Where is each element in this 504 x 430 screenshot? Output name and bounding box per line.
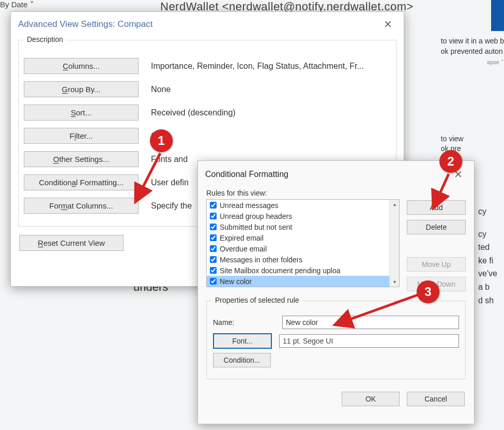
rule-item[interactable]: Expired email bbox=[207, 232, 399, 243]
cond-value: User defin bbox=[151, 178, 189, 187]
dialog-title: Conditional Formatting bbox=[205, 170, 288, 179]
condition-button[interactable]: Condition... bbox=[213, 353, 271, 367]
background-text-clip: to view it in a web b ok prevented auton… bbox=[441, 36, 504, 154]
rule-item[interactable]: Unread messages bbox=[207, 200, 399, 211]
rule-label: New color bbox=[220, 277, 252, 286]
group-by-button[interactable]: Group By... bbox=[24, 81, 139, 97]
rule-item[interactable]: Submitted but not sent bbox=[207, 221, 399, 232]
rules-listbox[interactable]: Unread messagesUnread group headersSubmi… bbox=[206, 199, 400, 287]
columns-value: Importance, Reminder, Icon, Flag Status,… bbox=[151, 62, 364, 71]
close-icon[interactable]: ✕ bbox=[379, 17, 396, 32]
other-settings-button[interactable]: Other Settings... bbox=[24, 151, 139, 167]
rule-label: Messages in other folders bbox=[220, 256, 302, 264]
sort-value: Received (descending) bbox=[151, 108, 236, 117]
rule-checkbox[interactable] bbox=[210, 224, 217, 230]
rule-label: Submitted but not sent bbox=[220, 223, 292, 231]
add-button[interactable]: Add bbox=[407, 200, 466, 215]
scroll-up-icon[interactable]: ▴ bbox=[390, 200, 399, 209]
delete-button[interactable]: Delete bbox=[407, 220, 466, 234]
rule-label: Unread messages bbox=[220, 201, 279, 210]
rule-checkbox[interactable] bbox=[210, 234, 217, 241]
decorative-block bbox=[491, 0, 504, 31]
background-right-clips: cy cy ted ke fi ve've a b d sh bbox=[478, 205, 504, 307]
move-up-button[interactable]: Move Up bbox=[407, 257, 466, 272]
rule-checkbox[interactable] bbox=[210, 256, 217, 263]
rules-label: Rules for this view: bbox=[206, 189, 466, 197]
rule-checkbox[interactable] bbox=[210, 202, 217, 209]
rule-checkbox[interactable] bbox=[210, 267, 217, 274]
font-button[interactable]: Font... bbox=[213, 333, 272, 349]
properties-label: Properties of selected rule bbox=[212, 296, 302, 304]
name-input[interactable]: New color bbox=[282, 316, 459, 329]
group-label: Description bbox=[24, 35, 66, 43]
format-columns-button[interactable]: Format Columns... bbox=[24, 198, 139, 214]
scroll-down-icon[interactable]: ▾ bbox=[390, 277, 399, 287]
rule-label: Unread group headers bbox=[220, 212, 292, 220]
rule-item[interactable]: Messages in other folders bbox=[207, 254, 399, 265]
rule-label: Site Mailbox document pending uploa bbox=[220, 266, 341, 275]
scrollbar[interactable]: ▴ ▾ bbox=[389, 200, 399, 287]
filter-button[interactable]: Filter... bbox=[24, 128, 139, 144]
format-cols-value: Specify the bbox=[151, 201, 192, 211]
rule-item[interactable]: New color bbox=[207, 276, 399, 287]
rule-label: Expired email bbox=[220, 234, 264, 242]
columns-button[interactable]: CColumns...olumns... bbox=[24, 58, 139, 74]
cancel-button[interactable]: Cancel bbox=[407, 392, 465, 406]
rule-checkbox[interactable] bbox=[210, 245, 217, 252]
dialog-title: Advanced View Settings: Compact bbox=[18, 19, 153, 29]
name-label: Name: bbox=[213, 318, 275, 327]
rule-label: Overdue email bbox=[220, 245, 267, 253]
rule-checkbox[interactable] bbox=[210, 278, 217, 285]
rule-item[interactable]: Site Mailbox document pending uploa bbox=[207, 265, 399, 276]
conditional-formatting-button[interactable]: Conditional Formatting... bbox=[24, 174, 139, 190]
annotation-marker-3: 3 bbox=[417, 280, 439, 303]
sort-button[interactable]: Sort... bbox=[24, 105, 139, 121]
annotation-marker-2: 2 bbox=[439, 150, 462, 173]
properties-group: Properties of selected rule Name: New co… bbox=[206, 301, 466, 379]
rule-item[interactable]: Unread group headers bbox=[207, 211, 399, 221]
ok-button[interactable]: OK bbox=[342, 392, 400, 406]
font-preview: 11 pt. Segoe UI bbox=[279, 334, 459, 348]
rule-item[interactable]: Overdue email bbox=[207, 243, 399, 254]
reset-current-view-button[interactable]: Reset Current View bbox=[19, 235, 124, 251]
rule-checkbox[interactable] bbox=[210, 213, 217, 219]
sort-by-label[interactable]: By Date ˅ bbox=[0, 0, 34, 9]
group-by-value: None bbox=[151, 85, 171, 94]
other-value: Fonts and bbox=[151, 155, 188, 164]
annotation-marker-1: 1 bbox=[150, 129, 173, 152]
